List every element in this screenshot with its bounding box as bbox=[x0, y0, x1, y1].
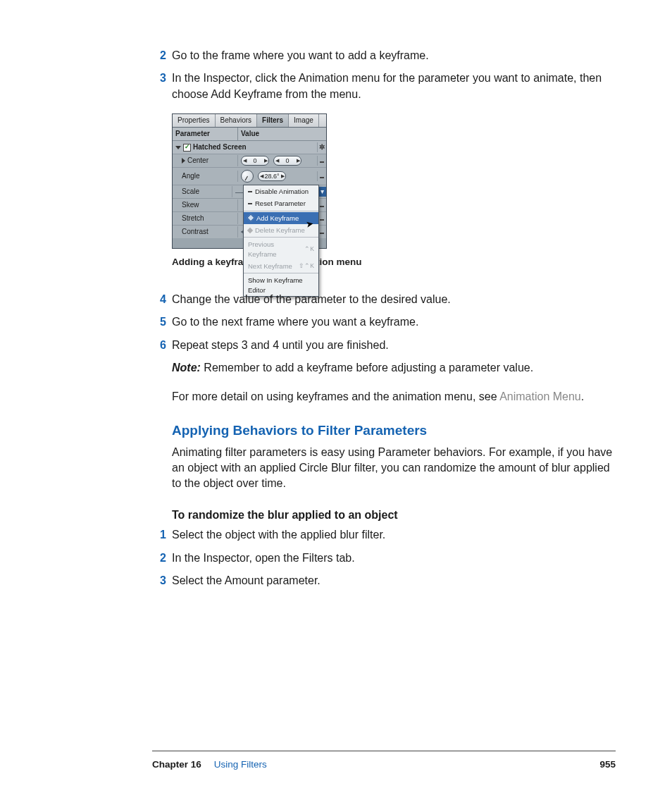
detail-pre: For more detail on using keyframes and t… bbox=[172, 390, 499, 402]
section-heading: Applying Behaviors to Filter Parameters bbox=[172, 421, 616, 441]
tab-filters[interactable]: Filters bbox=[257, 114, 289, 127]
filter-name: Hatched Screen bbox=[193, 142, 247, 152]
figure-caption: Adding a keyframe in the Animation menu bbox=[172, 256, 616, 269]
note-line: Note: Remember to add a keyframe before … bbox=[172, 360, 616, 376]
step-text: Go to the frame where you want to add a … bbox=[172, 48, 616, 63]
disclosure-down-icon[interactable] bbox=[175, 146, 181, 149]
inspector-column-headers: Parameter Value bbox=[173, 128, 326, 141]
step-text: In the Inspector, open the Filters tab. bbox=[172, 550, 616, 566]
menu-reset-parameter[interactable]: Reset Parameter bbox=[244, 197, 318, 209]
note-label: Note: bbox=[172, 362, 201, 374]
note-text: Remember to add a keyframe before adjust… bbox=[201, 362, 533, 374]
step-c2: 2 In the Inspector, open the Filters tab… bbox=[172, 550, 616, 566]
step-2: 2 Go to the frame where you want to add … bbox=[172, 48, 616, 63]
step-number: 3 bbox=[152, 573, 166, 589]
param-label: Center bbox=[187, 156, 209, 166]
step-text: Repeat steps 3 and 4 until you are finis… bbox=[172, 338, 616, 353]
param-label: Skew bbox=[182, 200, 199, 210]
param-center: Center ◀0▶ ◀0▶ bbox=[173, 154, 326, 168]
step-c3: 3 Select the Amount parameter. bbox=[172, 573, 616, 589]
step-text: Go to the next frame where you want a ke… bbox=[172, 314, 616, 330]
step-text: Select the object with the applied blur … bbox=[172, 527, 616, 543]
step-number: 1 bbox=[152, 527, 166, 543]
center-y-stepper[interactable]: ◀0▶ bbox=[273, 156, 301, 166]
page-footer: Chapter 16 Using Filters 955 bbox=[152, 751, 616, 772]
step-number: 5 bbox=[152, 314, 166, 330]
step-3: 3 In the Inspector, click the Animation … bbox=[172, 70, 616, 102]
tab-image[interactable]: Image bbox=[289, 114, 319, 127]
inspector-panel: Properties Behaviors Filters Image Param… bbox=[172, 113, 327, 249]
menu-next-keyframe: Next Keyframe⇧⌃K bbox=[244, 260, 318, 272]
step-number: 2 bbox=[152, 48, 166, 63]
param-label: Contrast bbox=[182, 227, 209, 237]
animation-menu-icon[interactable]: ✲ bbox=[317, 142, 326, 152]
step-number: 2 bbox=[152, 550, 166, 566]
keyframe-icon bbox=[247, 227, 253, 233]
header-parameter: Parameter bbox=[173, 128, 238, 140]
menu-separator bbox=[244, 211, 318, 211]
menu-separator bbox=[244, 237, 318, 238]
filter-row[interactable]: Hatched Screen ✲ bbox=[173, 141, 326, 154]
menu-disable-animation[interactable]: Disable Animation bbox=[244, 185, 318, 197]
center-x-stepper[interactable]: ◀0▶ bbox=[241, 156, 269, 166]
detail-post: . bbox=[581, 390, 584, 402]
step-text: Select the Amount parameter. bbox=[172, 573, 616, 589]
step-5: 5 Go to the next frame where you want a … bbox=[172, 314, 616, 330]
header-value: Value bbox=[238, 128, 326, 140]
param-label: Stretch bbox=[182, 214, 204, 223]
animation-menu-icon[interactable] bbox=[317, 171, 326, 181]
animation-popup-menu: Disable Animation Reset Parameter Add Ke… bbox=[243, 185, 319, 297]
inspector-tabs: Properties Behaviors Filters Image bbox=[173, 114, 326, 128]
step-number: 6 bbox=[152, 338, 166, 353]
param-label: Scale bbox=[182, 187, 199, 197]
angle-dial[interactable] bbox=[241, 170, 254, 183]
disclosure-right-icon[interactable] bbox=[182, 158, 185, 164]
step-4: 4 Change the value of the parameter to t… bbox=[172, 292, 616, 307]
keyframe-icon bbox=[247, 214, 254, 222]
step-6: 6 Repeat steps 3 and 4 until you are fin… bbox=[172, 338, 616, 353]
footer-chapter: Chapter 16 bbox=[152, 758, 201, 772]
section-body: Animating filter parameters is easy usin… bbox=[172, 445, 616, 492]
angle-stepper[interactable]: ◀28.6°▶ bbox=[258, 171, 286, 181]
menu-separator bbox=[244, 273, 318, 273]
param-label: Angle bbox=[182, 171, 200, 181]
menu-prev-keyframe: Previous Keyframe⌃K bbox=[244, 238, 318, 260]
animation-menu-icon[interactable] bbox=[317, 156, 326, 166]
enable-checkbox[interactable] bbox=[183, 144, 191, 152]
link-animation-menu[interactable]: Animation Menu bbox=[499, 390, 581, 402]
step-text: In the Inspector, click the Animation me… bbox=[172, 70, 616, 102]
param-angle: Angle ◀28.6°▶ bbox=[173, 168, 326, 185]
footer-title: Using Filters bbox=[214, 758, 267, 772]
tab-behaviors[interactable]: Behaviors bbox=[216, 114, 257, 127]
step-c1: 1 Select the object with the applied blu… bbox=[172, 527, 616, 543]
step-text: Change the value of the parameter to the… bbox=[172, 292, 616, 307]
detail-line: For more detail on using keyframes and t… bbox=[172, 389, 616, 405]
step-number: 4 bbox=[152, 292, 166, 307]
step-number: 3 bbox=[152, 70, 166, 86]
task-subhead: To randomize the blur applied to an obje… bbox=[172, 507, 616, 523]
footer-page: 955 bbox=[599, 758, 616, 772]
tab-properties[interactable]: Properties bbox=[173, 114, 216, 127]
